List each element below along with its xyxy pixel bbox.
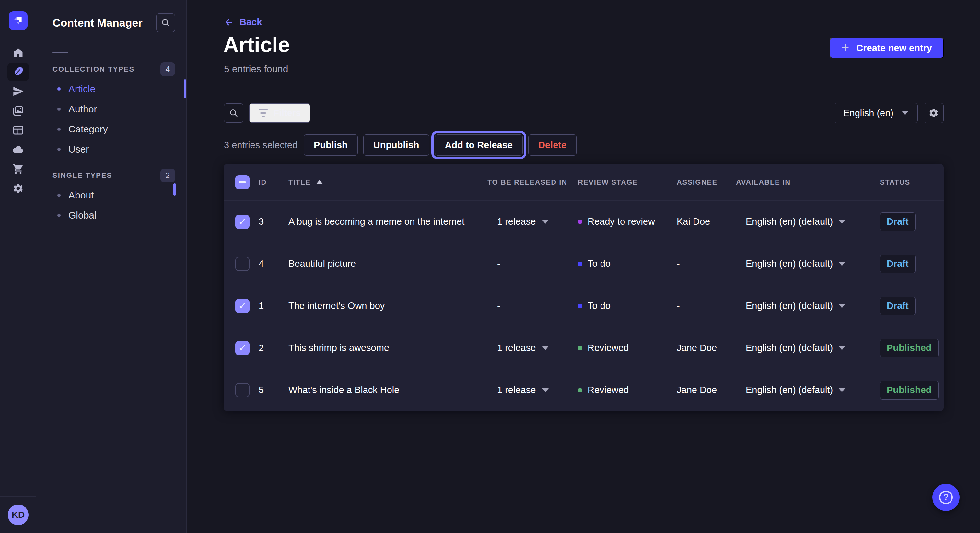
cell-available-in-dropdown[interactable]: English (en) (default): [736, 259, 875, 269]
sidebar-item-category[interactable]: Category: [36, 119, 186, 139]
main-content: Back Article 5 entries found + Create ne…: [187, 0, 980, 533]
column-header-assignee[interactable]: ASSIGNEE: [677, 178, 736, 187]
search-icon: [229, 108, 239, 118]
column-header-available-in[interactable]: AVAILABLE IN: [736, 178, 875, 187]
subnav-scrollbar-thumb[interactable]: [173, 183, 176, 195]
row-checkbox[interactable]: [235, 341, 250, 355]
select-all-checkbox[interactable]: [235, 175, 250, 189]
sidebar-item-author[interactable]: Author: [36, 99, 186, 119]
add-to-release-button[interactable]: Add to Release: [435, 134, 523, 156]
chevron-down-icon: [839, 220, 845, 224]
view-settings-button[interactable]: [924, 103, 944, 123]
sort-ascending-icon: [316, 180, 323, 184]
cell-release-dropdown[interactable]: 1 release: [487, 216, 578, 227]
review-stage-dot: [578, 262, 582, 266]
chevron-down-icon: [839, 388, 845, 392]
table-row[interactable]: 3 A bug is becoming a meme on the intern…: [224, 200, 944, 243]
page-title: Article: [223, 32, 290, 57]
filters-button[interactable]: Filters: [249, 103, 310, 123]
cell-id: 4: [259, 259, 288, 269]
layout-icon: [12, 124, 24, 136]
cell-available-in-dropdown[interactable]: English (en) (default): [736, 343, 875, 353]
review-stage-dot: [578, 304, 582, 308]
column-header-title[interactable]: TITLE: [288, 178, 487, 187]
nav-home[interactable]: [0, 43, 36, 62]
cell-available-in-dropdown[interactable]: English (en) (default): [736, 385, 875, 395]
subnav-search-button[interactable]: [156, 13, 175, 32]
content-manager-subnav: Content Manager COLLECTION TYPES 4 Artic…: [36, 0, 187, 533]
create-button-label: Create new entry: [856, 43, 932, 54]
delete-button[interactable]: Delete: [528, 134, 576, 156]
cell-review-stage: Reviewed: [578, 385, 677, 395]
nav-releases[interactable]: [0, 82, 36, 101]
cell-release-dropdown[interactable]: 1 release: [487, 343, 578, 353]
strapi-logo[interactable]: [9, 11, 27, 30]
sidebar-item-article[interactable]: Article: [36, 79, 186, 99]
column-header-review-stage[interactable]: REVIEW STAGE: [578, 178, 677, 187]
sidebar-item-about[interactable]: About: [36, 185, 186, 205]
table-row[interactable]: 4 Beautiful picture - To do - English (e…: [224, 243, 944, 285]
row-checkbox[interactable]: [235, 215, 250, 229]
chevron-down-icon: [542, 220, 549, 224]
collection-types-list: Article Author Category User: [36, 79, 186, 159]
divider: [52, 52, 68, 53]
bullet-icon: [57, 148, 60, 151]
create-new-entry-button[interactable]: + Create new entry: [830, 38, 944, 58]
status-badge: Published: [880, 339, 939, 357]
nav-media-library[interactable]: [0, 101, 36, 121]
list-toolbar: Filters English (en): [224, 103, 944, 123]
bullet-icon: [57, 128, 60, 131]
rail-footer: KD: [0, 497, 36, 533]
user-avatar[interactable]: KD: [8, 504, 29, 525]
publish-button[interactable]: Publish: [304, 134, 358, 156]
gear-icon: [12, 182, 24, 194]
cell-available-in-dropdown[interactable]: English (en) (default): [736, 300, 875, 311]
table-row[interactable]: 1 The internet's Own boy - To do - Engli…: [224, 285, 944, 327]
table-row[interactable]: 5 What's inside a Black Hole 1 release R…: [224, 369, 944, 411]
sidebar-item-user[interactable]: User: [36, 139, 186, 159]
collection-types-label: COLLECTION TYPES: [52, 65, 135, 73]
chevron-down-icon: [839, 304, 845, 308]
table-row[interactable]: 2 This shrimp is awesome 1 release Revie…: [224, 327, 944, 369]
cell-review-stage: To do: [578, 259, 677, 269]
back-link[interactable]: Back: [224, 17, 262, 27]
arrow-left-icon: [224, 17, 234, 27]
column-header-status[interactable]: STATUS: [875, 178, 944, 187]
unpublish-button[interactable]: Unpublish: [363, 134, 430, 156]
cell-title: This shrimp is awesome: [288, 343, 487, 353]
sidebar-item-global[interactable]: Global: [36, 205, 186, 225]
nav-content-type-builder[interactable]: [0, 121, 36, 140]
sidebar-item-label: Global: [68, 210, 97, 221]
row-checkbox[interactable]: [235, 257, 250, 271]
table-header-row: ID TITLE TO BE RELEASED IN REVIEW STAGE …: [224, 164, 944, 200]
plus-icon: +: [841, 41, 850, 54]
cell-title: Beautiful picture: [288, 259, 487, 269]
images-icon: [12, 105, 24, 117]
cell-available-in-dropdown[interactable]: English (en) (default): [736, 216, 875, 227]
bullet-icon: [57, 108, 60, 111]
chevron-down-icon: [902, 111, 908, 115]
cell-assignee: -: [677, 259, 736, 269]
locale-select[interactable]: English (en): [834, 103, 918, 123]
row-checkbox[interactable]: [235, 299, 250, 313]
chevron-down-icon: [839, 262, 845, 266]
paper-plane-icon: [12, 86, 24, 97]
nav-marketplace[interactable]: [0, 159, 36, 179]
app-window: KD Content Manager COLLECTION TYPES 4 Ar…: [0, 0, 980, 533]
locale-value: English (en): [843, 108, 894, 119]
feather-icon: [12, 66, 24, 78]
nav-content-manager[interactable]: [0, 62, 36, 82]
cart-icon: [12, 163, 24, 175]
cell-release-dropdown[interactable]: 1 release: [487, 385, 578, 395]
table-search-button[interactable]: [224, 103, 243, 123]
nav-deploy[interactable]: [0, 140, 36, 159]
cell-assignee: Jane Doe: [677, 343, 736, 353]
row-checkbox[interactable]: [235, 383, 250, 397]
help-button[interactable]: ?: [932, 484, 959, 511]
column-header-id[interactable]: ID: [259, 178, 288, 187]
collection-types-count-badge: 4: [161, 62, 175, 76]
column-header-release[interactable]: TO BE RELEASED IN: [487, 178, 578, 187]
gear-icon: [929, 108, 939, 118]
cell-id: 5: [259, 385, 288, 395]
nav-settings[interactable]: [0, 179, 36, 198]
